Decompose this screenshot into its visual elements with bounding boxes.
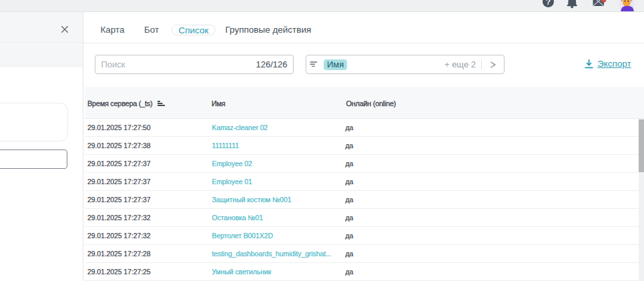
svg-text:?: ? — [546, 0, 551, 7]
